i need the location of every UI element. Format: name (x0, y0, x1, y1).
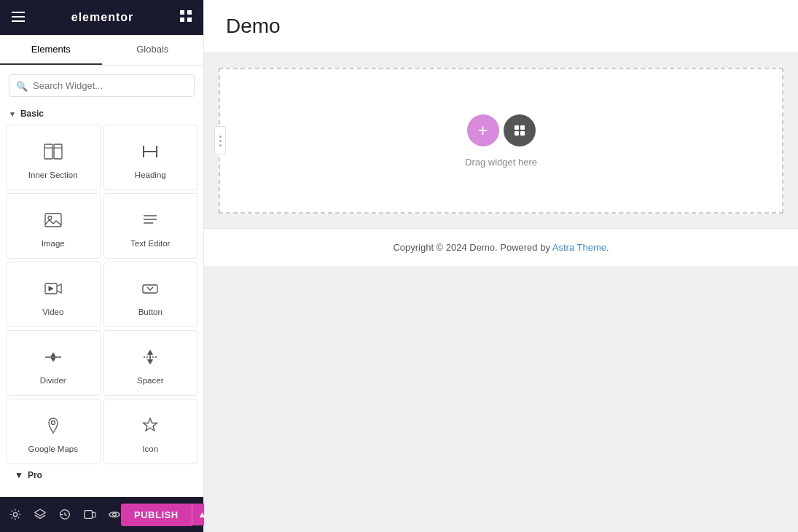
publish-button-wrap: PUBLISH ▲ (121, 504, 212, 526)
widget-heading[interactable]: Heading (103, 125, 198, 190)
widget-inner-section-label: Inner Section (28, 171, 78, 179)
heading-icon (137, 138, 163, 165)
widget-inner-section[interactable]: Inner Section (6, 125, 101, 190)
widget-video[interactable]: Video (6, 262, 101, 327)
widget-library-button[interactable] (504, 114, 536, 146)
app-logo: elementor (71, 11, 133, 24)
svg-rect-4 (187, 10, 192, 15)
footer-text: Copyright © 2024 Demo. Powered by (393, 242, 552, 253)
widget-button[interactable]: Button (103, 262, 198, 327)
svg-rect-14 (45, 214, 61, 227)
widget-heading-label: Heading (135, 171, 166, 179)
svg-rect-0 (12, 12, 25, 13)
svg-marker-32 (35, 509, 45, 516)
publish-button[interactable]: PUBLISH (121, 504, 192, 526)
icon-widget-icon (137, 412, 163, 439)
search-input[interactable] (9, 74, 195, 97)
chevron-down-icon: ▼ (9, 110, 16, 118)
widget-google-maps[interactable]: Google Maps (6, 399, 101, 464)
drop-zone-inner: + Drag widget here (465, 114, 537, 168)
svg-rect-1 (12, 16, 25, 17)
widget-spacer-label: Spacer (137, 376, 163, 385)
hamburger-icon[interactable] (12, 10, 25, 26)
chevron-down-icon-pro: ▼ (15, 470, 23, 480)
eye-icon[interactable] (108, 508, 121, 521)
svg-marker-30 (144, 418, 157, 431)
svg-rect-21 (143, 285, 157, 293)
widget-divider[interactable]: Divider (6, 330, 101, 396)
add-widget-button[interactable]: + (467, 114, 499, 146)
svg-marker-26 (148, 351, 152, 354)
svg-marker-23 (51, 353, 55, 356)
footer-link[interactable]: Astra Theme (552, 242, 606, 253)
svg-rect-3 (180, 10, 184, 15)
widget-button-label: Button (138, 308, 163, 316)
svg-rect-41 (520, 131, 525, 136)
svg-rect-39 (520, 125, 525, 130)
widget-icon[interactable]: Icon (103, 399, 198, 464)
basic-section-label: ▼ Basic (0, 106, 203, 125)
sidebar-toolbar: PUBLISH ▲ (0, 497, 203, 532)
widget-text-editor-label: Text Editor (130, 239, 170, 248)
sidebar-tabs: Elements Globals (0, 35, 203, 66)
svg-point-15 (48, 216, 52, 220)
widget-text-editor[interactable]: Text Editor (103, 193, 198, 259)
widget-image-label: Image (42, 239, 65, 248)
page-title-bar: Demo (204, 0, 798, 53)
svg-marker-27 (148, 360, 152, 364)
widget-video-label: Video (42, 308, 63, 316)
drop-buttons: + (467, 114, 536, 146)
svg-rect-6 (187, 17, 192, 22)
settings-icon[interactable] (9, 508, 22, 521)
toolbar-icons (9, 508, 121, 521)
svg-rect-38 (515, 125, 519, 130)
svg-point-29 (51, 421, 55, 425)
svg-point-37 (113, 513, 117, 517)
text-editor-icon (137, 207, 163, 233)
widgets-container: Inner Section Heading (0, 125, 203, 497)
google-maps-icon (40, 412, 66, 439)
sidebar: elementor Elements Globals 🔍 ▼ Basic (0, 0, 204, 532)
widget-google-maps-label: Google Maps (28, 445, 78, 453)
svg-rect-5 (180, 17, 184, 22)
widget-divider-label: Divider (40, 376, 66, 385)
image-icon (40, 207, 66, 233)
svg-point-31 (13, 512, 17, 516)
tab-elements[interactable]: Elements (0, 35, 102, 65)
canvas-area: Demo + (204, 0, 798, 532)
responsive-icon[interactable] (83, 508, 96, 521)
sidebar-header: elementor (0, 0, 203, 35)
svg-rect-8 (54, 144, 62, 159)
footer-suffix: . (606, 242, 609, 253)
search-icon: 🔍 (16, 80, 28, 91)
svg-marker-24 (51, 358, 55, 361)
spacer-icon (137, 344, 163, 370)
svg-rect-35 (85, 511, 93, 519)
drop-zone[interactable]: + Drag widget here (219, 68, 783, 214)
svg-rect-7 (44, 144, 52, 159)
button-icon (137, 275, 163, 302)
widgets-grid: Inner Section Heading (6, 125, 197, 464)
widget-icon-label: Icon (142, 445, 158, 453)
search-area: 🔍 (0, 66, 203, 106)
layers-icon[interactable] (34, 508, 47, 521)
canvas-footer: Copyright © 2024 Demo. Powered by Astra … (204, 228, 798, 266)
grid-icon[interactable] (180, 10, 192, 26)
history-icon[interactable] (58, 508, 71, 521)
page-title: Demo (226, 15, 776, 38)
tab-globals[interactable]: Globals (102, 35, 204, 65)
pro-section-label: ▼ Pro (6, 464, 197, 483)
svg-rect-36 (93, 512, 96, 517)
drag-text: Drag widget here (465, 157, 537, 168)
resize-handle[interactable] (214, 126, 226, 155)
canvas-content: + Drag widget here (204, 53, 798, 228)
svg-rect-40 (515, 131, 519, 136)
video-icon (40, 275, 66, 302)
inner-section-icon (40, 138, 66, 165)
widget-image[interactable]: Image (6, 193, 101, 259)
widget-spacer[interactable]: Spacer (103, 330, 198, 396)
svg-marker-20 (49, 286, 53, 291)
svg-rect-2 (12, 20, 25, 22)
divider-icon (40, 344, 66, 370)
main-canvas-area: Demo + (204, 0, 798, 532)
